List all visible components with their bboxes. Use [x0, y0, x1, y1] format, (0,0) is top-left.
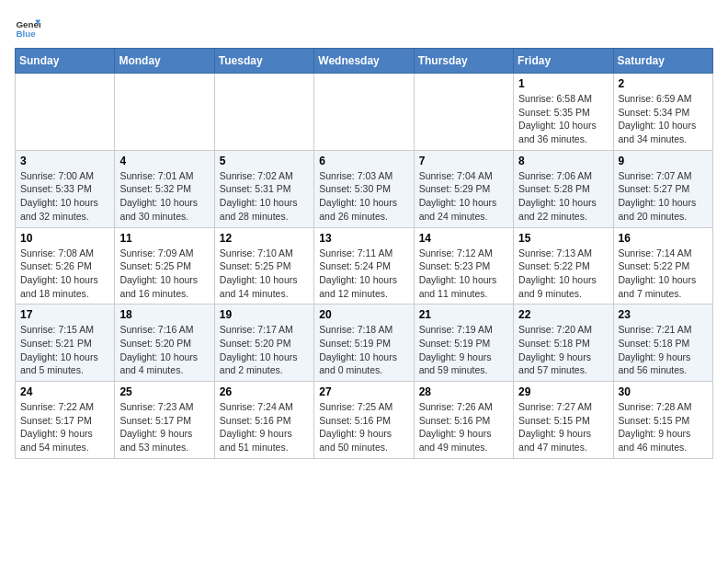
day-info: Sunrise: 7:00 AM Sunset: 5:33 PM Dayligh… [20, 169, 109, 224]
day-info: Sunrise: 7:04 AM Sunset: 5:29 PM Dayligh… [419, 169, 508, 224]
day-info: Sunrise: 7:28 AM Sunset: 5:15 PM Dayligh… [619, 400, 708, 454]
day-number: 19 [220, 308, 309, 321]
weekday-header: Saturday [613, 49, 712, 74]
day-info: Sunrise: 7:25 AM Sunset: 5:16 PM Dayligh… [319, 400, 408, 454]
weekday-header: Thursday [414, 49, 513, 74]
calendar-cell: 1Sunrise: 6:58 AM Sunset: 5:35 PM Daylig… [514, 74, 613, 151]
calendar-cell: 20Sunrise: 7:18 AM Sunset: 5:19 PM Dayli… [314, 304, 414, 382]
weekday-header: Friday [514, 49, 613, 74]
day-number: 9 [619, 155, 708, 167]
day-info: Sunrise: 7:26 AM Sunset: 5:16 PM Dayligh… [419, 400, 508, 454]
day-info: Sunrise: 7:11 AM Sunset: 5:24 PM Dayligh… [319, 247, 408, 301]
day-info: Sunrise: 7:18 AM Sunset: 5:19 PM Dayligh… [319, 323, 408, 377]
day-info: Sunrise: 7:02 AM Sunset: 5:31 PM Dayligh… [220, 169, 309, 224]
svg-text:Blue: Blue [16, 29, 36, 39]
day-info: Sunrise: 6:59 AM Sunset: 5:34 PM Dayligh… [619, 92, 708, 146]
day-info: Sunrise: 7:22 AM Sunset: 5:17 PM Dayligh… [20, 400, 109, 454]
day-number: 18 [119, 308, 209, 321]
calendar-cell: 30Sunrise: 7:28 AM Sunset: 5:15 PM Dayli… [613, 382, 712, 459]
day-number: 2 [619, 77, 708, 90]
day-number: 29 [518, 385, 608, 398]
day-info: Sunrise: 7:06 AM Sunset: 5:28 PM Dayligh… [518, 169, 608, 224]
day-info: Sunrise: 7:12 AM Sunset: 5:23 PM Dayligh… [419, 247, 508, 301]
weekday-header: Monday [115, 49, 214, 74]
calendar-cell: 21Sunrise: 7:19 AM Sunset: 5:19 PM Dayli… [414, 304, 513, 382]
calendar-week-row: 10Sunrise: 7:08 AM Sunset: 5:26 PM Dayli… [16, 227, 713, 304]
day-info: Sunrise: 7:24 AM Sunset: 5:16 PM Dayligh… [220, 400, 309, 454]
day-info: Sunrise: 7:21 AM Sunset: 5:18 PM Dayligh… [619, 323, 708, 377]
calendar-cell: 23Sunrise: 7:21 AM Sunset: 5:18 PM Dayli… [613, 304, 712, 382]
weekday-header: Tuesday [214, 49, 313, 74]
calendar-cell: 22Sunrise: 7:20 AM Sunset: 5:18 PM Dayli… [514, 304, 613, 382]
day-number: 28 [419, 385, 508, 398]
calendar-cell: 14Sunrise: 7:12 AM Sunset: 5:23 PM Dayli… [414, 227, 513, 304]
weekday-header: Wednesday [314, 49, 414, 74]
day-info: Sunrise: 7:07 AM Sunset: 5:27 PM Dayligh… [619, 169, 708, 224]
day-number: 25 [119, 385, 209, 398]
calendar-header-row: SundayMondayTuesdayWednesdayThursdayFrid… [16, 49, 713, 74]
calendar-cell [115, 74, 214, 151]
day-info: Sunrise: 7:09 AM Sunset: 5:25 PM Dayligh… [119, 247, 209, 301]
day-number: 22 [518, 308, 608, 321]
calendar-cell: 24Sunrise: 7:22 AM Sunset: 5:17 PM Dayli… [16, 382, 115, 459]
day-number: 7 [419, 155, 508, 167]
day-number: 14 [419, 232, 508, 245]
calendar-cell: 25Sunrise: 7:23 AM Sunset: 5:17 PM Dayli… [115, 382, 214, 459]
day-info: Sunrise: 7:17 AM Sunset: 5:20 PM Dayligh… [220, 323, 309, 377]
calendar-cell: 13Sunrise: 7:11 AM Sunset: 5:24 PM Dayli… [314, 227, 414, 304]
calendar-cell [314, 74, 414, 151]
day-info: Sunrise: 7:10 AM Sunset: 5:25 PM Dayligh… [220, 247, 309, 301]
day-number: 15 [518, 232, 608, 245]
day-number: 24 [20, 385, 109, 398]
day-info: Sunrise: 7:19 AM Sunset: 5:19 PM Dayligh… [419, 323, 508, 377]
calendar-cell: 2Sunrise: 6:59 AM Sunset: 5:34 PM Daylig… [613, 74, 712, 151]
day-number: 11 [119, 232, 209, 245]
calendar-cell: 28Sunrise: 7:26 AM Sunset: 5:16 PM Dayli… [414, 382, 513, 459]
day-info: Sunrise: 7:20 AM Sunset: 5:18 PM Dayligh… [518, 323, 608, 377]
logo: General Blue [15, 15, 44, 40]
calendar-table: SundayMondayTuesdayWednesdayThursdayFrid… [15, 48, 713, 459]
page-header: General Blue [15, 15, 713, 40]
day-info: Sunrise: 7:13 AM Sunset: 5:22 PM Dayligh… [518, 247, 608, 301]
day-info: Sunrise: 7:03 AM Sunset: 5:30 PM Dayligh… [319, 169, 408, 224]
day-number: 5 [220, 155, 309, 167]
day-info: Sunrise: 7:16 AM Sunset: 5:20 PM Dayligh… [119, 323, 209, 377]
day-number: 27 [319, 385, 408, 398]
day-info: Sunrise: 7:01 AM Sunset: 5:32 PM Dayligh… [119, 169, 209, 224]
calendar-cell: 3Sunrise: 7:00 AM Sunset: 5:33 PM Daylig… [16, 150, 115, 227]
calendar-cell: 6Sunrise: 7:03 AM Sunset: 5:30 PM Daylig… [314, 150, 414, 227]
day-number: 3 [20, 155, 109, 167]
calendar-cell: 19Sunrise: 7:17 AM Sunset: 5:20 PM Dayli… [214, 304, 313, 382]
day-number: 4 [119, 155, 209, 167]
calendar-cell [414, 74, 513, 151]
calendar-week-row: 17Sunrise: 7:15 AM Sunset: 5:21 PM Dayli… [16, 304, 713, 382]
calendar-cell: 5Sunrise: 7:02 AM Sunset: 5:31 PM Daylig… [214, 150, 313, 227]
day-info: Sunrise: 7:15 AM Sunset: 5:21 PM Dayligh… [20, 323, 109, 377]
calendar-cell: 10Sunrise: 7:08 AM Sunset: 5:26 PM Dayli… [16, 227, 115, 304]
day-number: 21 [419, 308, 508, 321]
calendar-week-row: 3Sunrise: 7:00 AM Sunset: 5:33 PM Daylig… [16, 150, 713, 227]
calendar-cell: 18Sunrise: 7:16 AM Sunset: 5:20 PM Dayli… [115, 304, 214, 382]
day-number: 30 [619, 385, 708, 398]
calendar-cell: 16Sunrise: 7:14 AM Sunset: 5:22 PM Dayli… [613, 227, 712, 304]
day-number: 8 [518, 155, 608, 167]
day-number: 12 [220, 232, 309, 245]
day-number: 6 [319, 155, 408, 167]
day-number: 10 [20, 232, 109, 245]
calendar-cell: 12Sunrise: 7:10 AM Sunset: 5:25 PM Dayli… [214, 227, 313, 304]
calendar-cell: 15Sunrise: 7:13 AM Sunset: 5:22 PM Dayli… [514, 227, 613, 304]
calendar-cell: 8Sunrise: 7:06 AM Sunset: 5:28 PM Daylig… [514, 150, 613, 227]
day-info: Sunrise: 7:14 AM Sunset: 5:22 PM Dayligh… [619, 247, 708, 301]
calendar-cell: 7Sunrise: 7:04 AM Sunset: 5:29 PM Daylig… [414, 150, 513, 227]
day-number: 20 [319, 308, 408, 321]
calendar-cell [16, 74, 115, 151]
calendar-cell: 11Sunrise: 7:09 AM Sunset: 5:25 PM Dayli… [115, 227, 214, 304]
calendar-cell: 26Sunrise: 7:24 AM Sunset: 5:16 PM Dayli… [214, 382, 313, 459]
day-number: 17 [20, 308, 109, 321]
calendar-week-row: 1Sunrise: 6:58 AM Sunset: 5:35 PM Daylig… [16, 74, 713, 151]
day-info: Sunrise: 7:08 AM Sunset: 5:26 PM Dayligh… [20, 247, 109, 301]
weekday-header: Sunday [16, 49, 115, 74]
logo-icon: General Blue [15, 15, 40, 40]
calendar-cell: 9Sunrise: 7:07 AM Sunset: 5:27 PM Daylig… [613, 150, 712, 227]
calendar-cell: 4Sunrise: 7:01 AM Sunset: 5:32 PM Daylig… [115, 150, 214, 227]
